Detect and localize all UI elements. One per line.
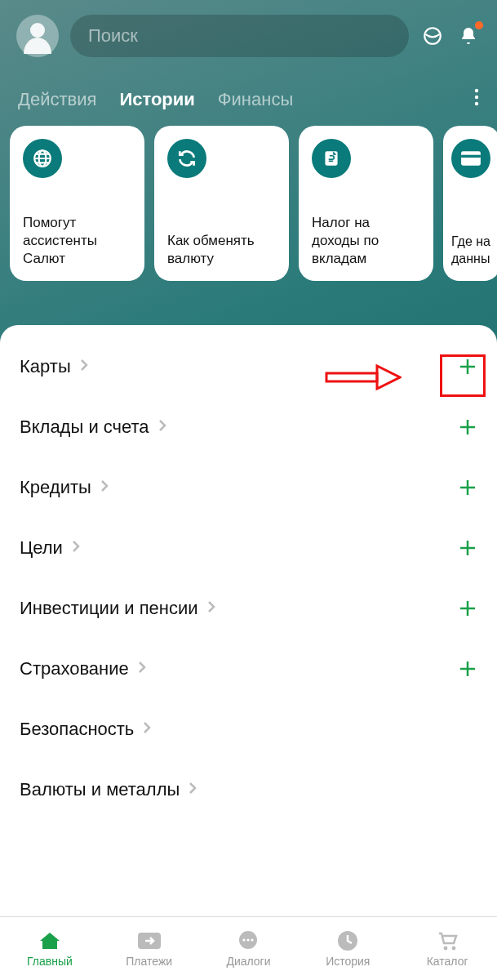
svg-point-14: [251, 938, 254, 941]
arrow-right-box-icon: [137, 930, 162, 951]
svg-point-13: [247, 938, 250, 941]
section-goals[interactable]: Цели: [0, 518, 497, 578]
story-label: Помогут ассистенты Салют: [23, 214, 131, 268]
section-investments[interactable]: Инвестиции и пенсии: [0, 578, 497, 639]
svg-rect-8: [461, 155, 481, 158]
assistant-icon[interactable]: [420, 24, 445, 48]
svg-point-2: [475, 96, 478, 99]
svg-point-16: [444, 946, 448, 950]
chevron-right-icon: [142, 721, 152, 737]
chevron-right-icon: [71, 540, 81, 556]
avatar[interactable]: [16, 15, 59, 57]
nav-dialogs[interactable]: Диалоги: [199, 917, 299, 980]
tab-finance[interactable]: Финансы: [218, 89, 293, 110]
section-title: Инвестиции и пенсии: [20, 598, 198, 619]
section-cards[interactable]: Карты: [0, 336, 497, 397]
chat-icon: [236, 930, 260, 951]
story-label: Налог на доходы по вкладам: [312, 214, 420, 268]
nav-label: Платежи: [126, 955, 172, 968]
card-icon: [451, 139, 490, 178]
svg-rect-7: [461, 151, 481, 165]
story-label: Как обменять валюту: [167, 232, 276, 268]
notification-badge-icon: [475, 21, 483, 29]
search-input[interactable]: [70, 15, 409, 57]
svg-rect-6: [325, 151, 337, 165]
stories-row[interactable]: Помогут ассистенты Салют Как обменять ва…: [0, 126, 497, 296]
refresh-icon: [167, 139, 206, 178]
chevron-right-icon: [206, 600, 216, 617]
add-investment-button[interactable]: [458, 599, 477, 618]
section-title: Карты: [20, 356, 71, 377]
section-insurance[interactable]: Страхование: [0, 639, 497, 699]
top-tabs: Действия Истории Финансы: [0, 65, 497, 126]
story-card[interactable]: Помогут ассистенты Салют: [10, 126, 144, 281]
section-title: Страхование: [20, 658, 129, 679]
chevron-right-icon: [158, 419, 167, 435]
story-label: Где на данны: [451, 234, 492, 268]
tab-stories[interactable]: Истории: [119, 89, 194, 110]
svg-point-17: [452, 946, 456, 950]
chevron-right-icon: [79, 359, 89, 375]
section-title: Вклады и счета: [20, 416, 149, 438]
story-card[interactable]: Как обменять валюту: [154, 126, 289, 281]
story-card[interactable]: Налог на доходы по вкладам: [299, 126, 433, 281]
section-title: Безопасность: [20, 719, 134, 740]
nav-history[interactable]: История: [298, 917, 397, 980]
tab-actions[interactable]: Действия: [18, 89, 96, 110]
chevron-right-icon: [100, 479, 109, 496]
section-title: Валюты и металлы: [20, 779, 180, 800]
bottom-navigation: Главный Платежи Диалоги История Каталог: [0, 916, 497, 980]
app-header: [0, 0, 497, 65]
home-icon: [38, 930, 62, 951]
section-security[interactable]: Безопасность: [0, 699, 497, 760]
nav-home[interactable]: Главный: [0, 917, 100, 980]
section-title: Кредиты: [20, 477, 91, 498]
svg-point-3: [475, 102, 478, 105]
clock-icon: [335, 930, 360, 951]
nav-label: Диалоги: [226, 955, 270, 968]
svg-point-1: [475, 89, 478, 92]
nav-payments[interactable]: Платежи: [100, 917, 199, 980]
section-credits[interactable]: Кредиты: [0, 457, 497, 518]
add-card-button[interactable]: [458, 357, 477, 376]
globe-icon: [23, 139, 62, 178]
add-goal-button[interactable]: [458, 538, 477, 558]
nav-catalog[interactable]: Каталог: [397, 917, 497, 980]
chevron-right-icon: [188, 782, 197, 798]
doc-ruble-icon: [312, 139, 351, 178]
notifications-button[interactable]: [456, 24, 481, 48]
add-credit-button[interactable]: [458, 478, 477, 497]
section-currencies[interactable]: Валюты и металлы: [0, 760, 497, 820]
cart-icon: [435, 930, 459, 951]
add-insurance-button[interactable]: [458, 659, 477, 679]
nav-label: История: [326, 955, 370, 968]
nav-label: Главный: [27, 955, 73, 968]
nav-label: Каталог: [427, 955, 468, 968]
story-card[interactable]: Где на данны: [443, 126, 497, 281]
section-title: Цели: [20, 537, 63, 559]
svg-point-12: [243, 938, 246, 941]
main-content-sheet: Карты Вклады и счета Кредиты Цели: [0, 325, 497, 980]
chevron-right-icon: [137, 661, 147, 677]
section-deposits[interactable]: Вклады и счета: [0, 397, 497, 457]
more-menu-button[interactable]: [474, 88, 479, 111]
add-deposit-button[interactable]: [458, 417, 477, 437]
